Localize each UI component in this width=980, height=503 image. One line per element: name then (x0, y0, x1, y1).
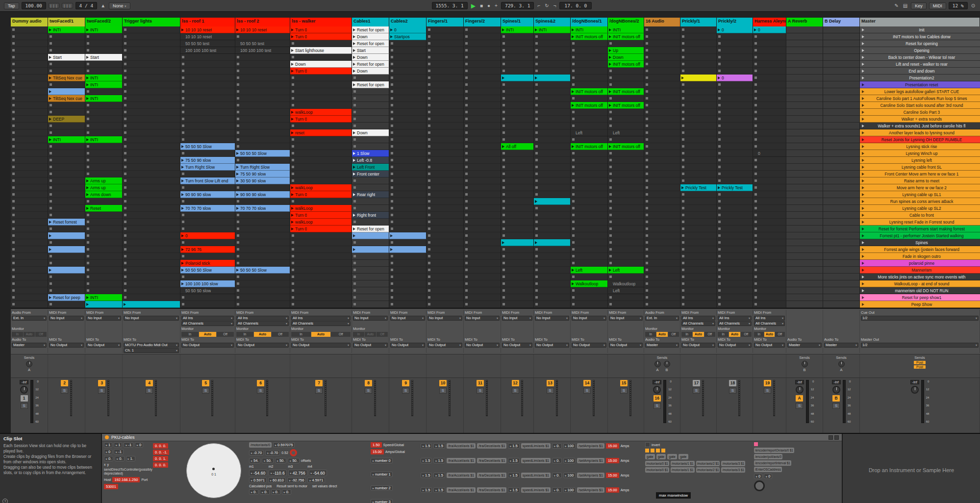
empty-clip-slot[interactable] (501, 95, 534, 102)
empty-clip-slot[interactable] (123, 280, 180, 287)
empty-clip-slot[interactable] (501, 246, 534, 253)
empty-clip-slot[interactable] (753, 123, 786, 129)
empty-clip-slot[interactable] (123, 287, 180, 294)
empty-clip-slot[interactable] (786, 75, 823, 81)
output-dropdown[interactable]: No Output▾ (718, 343, 752, 348)
clip[interactable]: Start lighthouse (290, 47, 352, 54)
empty-clip-slot[interactable] (680, 157, 717, 164)
clip[interactable]: 10 10 10 reset (180, 26, 235, 33)
track-activator[interactable]: 3 (98, 380, 105, 386)
empty-clip-slot[interactable] (427, 301, 464, 308)
number-box[interactable]: 50. (275, 458, 286, 463)
clip[interactable]: Prickly Test (717, 184, 753, 191)
number-box[interactable]: -110.6 (269, 470, 287, 476)
clip-play-icon[interactable] (291, 131, 294, 134)
clip[interactable]: Down (290, 61, 352, 68)
clip-play-icon[interactable] (353, 159, 355, 162)
monitor-option[interactable]: Off (704, 332, 715, 337)
scene-play-icon[interactable] (862, 296, 864, 299)
empty-clip-slot[interactable] (644, 267, 680, 274)
clip[interactable]: Turn 0 (290, 212, 352, 219)
monitor-option[interactable]: In (681, 332, 692, 337)
empty-clip-slot[interactable] (11, 280, 48, 287)
solo-button[interactable]: S (764, 388, 771, 394)
empty-clip-slot[interactable] (85, 164, 123, 171)
empty-clip-slot[interactable] (534, 33, 571, 40)
empty-clip-slot[interactable] (427, 88, 464, 95)
number-box[interactable]: 0. (249, 489, 258, 495)
empty-clip-slot[interactable] (290, 232, 352, 239)
empty-clip-slot[interactable] (48, 143, 85, 150)
message-box[interactable]: gate (656, 454, 666, 459)
volume-value[interactable]: -Inf (910, 380, 919, 384)
empty-clip-slot[interactable] (11, 205, 48, 212)
clip-play-icon[interactable] (181, 269, 184, 272)
empty-clip-slot[interactable] (608, 274, 644, 280)
empty-clip-slot[interactable] (180, 253, 235, 260)
monitor-option[interactable]: In (236, 332, 253, 337)
number-box[interactable]: 0.5971 (249, 478, 267, 483)
clip-play-icon[interactable] (49, 90, 51, 93)
empty-clip-slot[interactable] (85, 109, 123, 116)
empty-clip-slot[interactable] (290, 54, 352, 61)
track-activator[interactable]: 16 (653, 395, 661, 402)
empty-clip-slot[interactable] (11, 68, 48, 75)
scene-slot[interactable]: Peep Show (860, 301, 980, 308)
empty-clip-slot[interactable] (571, 123, 608, 129)
empty-clip-slot[interactable] (786, 267, 823, 274)
empty-clip-slot[interactable] (753, 75, 786, 81)
input-dropdown[interactable]: All Ins▾ (718, 316, 752, 321)
empty-clip-slot[interactable] (389, 184, 427, 191)
empty-clip-slot[interactable] (235, 219, 290, 226)
clip[interactable]: INTI (48, 26, 85, 33)
empty-clip-slot[interactable] (717, 54, 753, 61)
empty-clip-slot[interactable] (534, 260, 571, 267)
clip-play-icon[interactable] (353, 234, 355, 237)
empty-clip-slot[interactable] (11, 88, 48, 95)
number-box[interactable]: 42.756 (288, 470, 307, 476)
empty-clip-slot[interactable] (501, 102, 534, 109)
clip-play-icon[interactable] (86, 179, 89, 182)
empty-clip-slot[interactable] (571, 198, 608, 205)
empty-clip-slot[interactable] (123, 226, 180, 232)
empty-clip-slot[interactable] (235, 301, 290, 308)
scene-slot[interactable]: Lysning stick rise (860, 143, 980, 150)
empty-clip-slot[interactable] (680, 239, 717, 246)
send-knob-a[interactable] (26, 361, 32, 367)
empty-clip-slot[interactable] (501, 109, 534, 116)
empty-clip-slot[interactable] (11, 226, 48, 232)
clip[interactable] (352, 246, 389, 253)
empty-clip-slot[interactable] (235, 123, 290, 129)
clip-play-icon[interactable] (353, 227, 355, 230)
empty-clip-slot[interactable] (571, 177, 608, 184)
clip-play-icon[interactable] (86, 97, 89, 100)
number-box[interactable]: 1 (114, 442, 122, 448)
empty-clip-slot[interactable] (290, 246, 352, 253)
clip-play-icon[interactable] (49, 248, 51, 251)
monitor-option[interactable]: Off (775, 332, 785, 337)
empty-clip-slot[interactable] (464, 26, 501, 33)
clip[interactable]: INTI (534, 26, 571, 33)
empty-clip-slot[interactable] (753, 33, 786, 40)
empty-clip-slot[interactable] (389, 301, 427, 308)
clip-play-icon[interactable] (124, 303, 126, 306)
clip[interactable]: Down (352, 54, 389, 61)
empty-clip-slot[interactable] (571, 274, 608, 280)
empty-clip-slot[interactable] (464, 198, 501, 205)
empty-clip-slot[interactable] (11, 232, 48, 239)
input-dropdown[interactable]: No Input▾ (427, 316, 462, 321)
solo-button[interactable]: S (547, 388, 554, 394)
empty-clip-slot[interactable] (464, 184, 501, 191)
scene-play-icon[interactable] (862, 262, 864, 265)
scene-slot[interactable]: mannerism old DO NOT RUN (860, 287, 980, 294)
empty-clip-slot[interactable] (823, 294, 860, 301)
scene-play-icon[interactable] (862, 166, 864, 169)
empty-clip-slot[interactable] (48, 301, 85, 308)
clip[interactable]: INTI (501, 26, 534, 33)
send-knob-a[interactable] (838, 361, 845, 367)
track-header--dognbones-1[interactable]: /dogNBones/1 (571, 18, 608, 26)
message-box[interactable]: /encoder/poll/axis/0 (754, 454, 782, 459)
empty-clip-slot[interactable] (352, 109, 389, 116)
nudge-down-button[interactable]: | | | (49, 3, 59, 8)
empty-clip-slot[interactable] (352, 198, 389, 205)
